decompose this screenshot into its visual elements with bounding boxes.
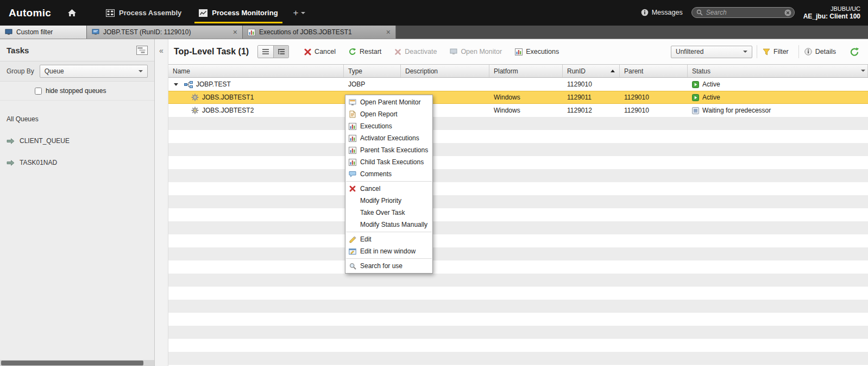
tree-collapse-icon[interactable] [174, 83, 178, 86]
gantt-view-button[interactable] [136, 46, 148, 55]
queue-item-all-queues[interactable]: All Queues [0, 108, 154, 130]
column-header-status[interactable]: Status [688, 65, 868, 77]
menu-item-open-report[interactable]: Open Report [345, 108, 432, 120]
menu-separator [346, 258, 432, 259]
cancel-button[interactable]: Cancel [304, 48, 336, 55]
menu-item-cancel[interactable]: Cancel [345, 183, 432, 195]
queue-list: All Queues CLIENT_QUEUE TASK01NAD [0, 101, 154, 173]
executions-icon [348, 135, 357, 142]
menu-item-modify-priority[interactable]: Modify Priority [345, 195, 432, 207]
deactivate-button[interactable]: Deactivate [394, 48, 437, 55]
cell-name: JOBP.TEST [168, 78, 344, 91]
executions-icon [348, 147, 357, 154]
tab-executions-jobtest1[interactable]: Executions of JOBS.JOBTEST1 × [243, 26, 396, 39]
search-icon [696, 9, 703, 16]
search-input[interactable] [706, 9, 781, 16]
edit-icon [348, 236, 357, 243]
column-header-name[interactable]: Name [168, 65, 344, 77]
comments-icon [348, 171, 357, 178]
cell-platform: Windows [489, 91, 563, 104]
filter-funnel-icon [763, 48, 770, 55]
executions-icon [515, 48, 523, 55]
deactivate-icon [394, 48, 401, 55]
menu-item-search-for-use[interactable]: Search for use [345, 260, 432, 272]
cell-name: JOBS.JOBTEST2 [168, 104, 344, 117]
hierarchical-view-button[interactable] [273, 46, 288, 58]
cell-status: Active [688, 78, 868, 91]
queue-icon [7, 159, 15, 166]
menu-item-activator-executions[interactable]: Activator Executions [345, 132, 432, 144]
collapse-sidebar-icon[interactable]: « [159, 46, 163, 55]
column-header-platform[interactable]: Platform [489, 65, 563, 77]
topbar: Automic Process Assembly Process Monitor… [0, 0, 868, 26]
messages-button[interactable]: Messages [641, 9, 683, 16]
group-by-value: Queue [45, 67, 64, 75]
workflow-icon [184, 81, 193, 88]
cell-name: JOBS.JOBTEST1 [168, 91, 344, 104]
add-perspective-button[interactable]: + [287, 0, 312, 26]
details-button[interactable]: Details [798, 45, 841, 58]
cell-parent [620, 78, 688, 91]
body: Tasks Group By Queue hide stopped queues… [0, 39, 868, 366]
automic-logo: Automic [0, 7, 61, 19]
sidebar-splitter[interactable]: « [155, 39, 168, 366]
column-header-type[interactable]: Type [344, 65, 401, 77]
open-monitor-button[interactable]: Open Monitor [450, 48, 502, 55]
close-icon[interactable]: × [229, 28, 237, 36]
menu-item-comments[interactable]: Comments [345, 168, 432, 180]
executions-button[interactable]: Executions [515, 48, 559, 55]
cell-runid: 1129012 [563, 104, 620, 117]
refresh-icon [850, 47, 859, 56]
menu-item-open-parent-monitor[interactable]: Open Parent Monitor [345, 96, 432, 108]
hide-stopped-queues-checkbox[interactable] [35, 88, 42, 95]
queue-label: All Queues [7, 115, 39, 123]
horizontal-scrollbar[interactable] [0, 360, 154, 366]
executions-icon [248, 29, 255, 36]
menu-item-parent-task-executions[interactable]: Parent Task Executions [345, 144, 432, 156]
table-row-jobs-jobtest1[interactable]: JOBS.JOBTEST1 Windows 1129011 1129010 Ac… [168, 91, 868, 104]
scrollbar-thumb[interactable] [1, 361, 143, 365]
filter-button[interactable]: Filter [757, 45, 794, 58]
empty-table-rows [168, 117, 868, 366]
queue-item-client-queue[interactable]: CLIENT_QUEUE [0, 130, 154, 152]
tab-process-assembly[interactable]: Process Assembly [97, 0, 190, 26]
monitor-icon [92, 29, 99, 35]
tab-jobp-test-monitor[interactable]: JOBP.TEST (RunID: 1129010) × [87, 26, 243, 39]
column-chooser-icon[interactable] [861, 70, 865, 72]
menu-item-modify-status-manually[interactable]: Modify Status Manually [345, 219, 432, 231]
table-row-jobp-test[interactable]: JOBP.TEST JOBP 1129010 Active [168, 78, 868, 91]
tab-custom-filter[interactable]: Custom filter [0, 26, 87, 39]
column-header-description[interactable]: Description [401, 65, 489, 77]
column-header-parent[interactable]: Parent [620, 65, 688, 77]
open-monitor-icon [348, 99, 357, 106]
filter-preset-select[interactable]: Unfiltered [671, 46, 752, 58]
user-info[interactable]: JBUBU/UC AE_jbu: Client 100 [803, 5, 860, 21]
menu-item-edit[interactable]: Edit [345, 233, 432, 245]
menu-item-child-task-executions[interactable]: Child Task Executions [345, 156, 432, 168]
queue-item-task01nad[interactable]: TASK01NAD [0, 152, 154, 173]
sort-ascending-icon [611, 70, 615, 72]
chevron-down-icon [743, 51, 747, 53]
table-row-jobs-jobtest2[interactable]: JOBS.JOBTEST2 Windows 1129012 1129010 Wa… [168, 104, 868, 117]
process-monitoring-icon [199, 9, 207, 17]
clear-search-icon[interactable] [784, 9, 791, 16]
home-button[interactable] [61, 0, 83, 26]
button-label: Deactivate [405, 48, 437, 55]
open-monitor-icon [450, 48, 457, 55]
filter-select-value: Unfiltered [676, 48, 703, 55]
tab-process-monitoring[interactable]: Process Monitoring [190, 0, 286, 26]
close-icon[interactable]: × [382, 28, 391, 36]
task-name: JOBS.JOBTEST2 [202, 107, 254, 114]
menu-item-take-over-task[interactable]: Take Over Task [345, 207, 432, 219]
menu-separator [346, 232, 432, 232]
refresh-button[interactable] [846, 47, 861, 56]
flat-list-view-button[interactable] [258, 46, 273, 58]
cell-status: Waiting for predecessor [688, 104, 868, 117]
restart-button[interactable]: Restart [349, 48, 381, 55]
menu-item-executions[interactable]: Executions [345, 120, 432, 132]
group-by-label: Group By [7, 67, 34, 75]
menu-item-edit-in-new-window[interactable]: Edit in new window [345, 245, 432, 257]
plus-icon: + [293, 8, 299, 18]
group-by-select[interactable]: Queue [40, 65, 148, 78]
column-header-runid[interactable]: RunID [563, 65, 620, 77]
